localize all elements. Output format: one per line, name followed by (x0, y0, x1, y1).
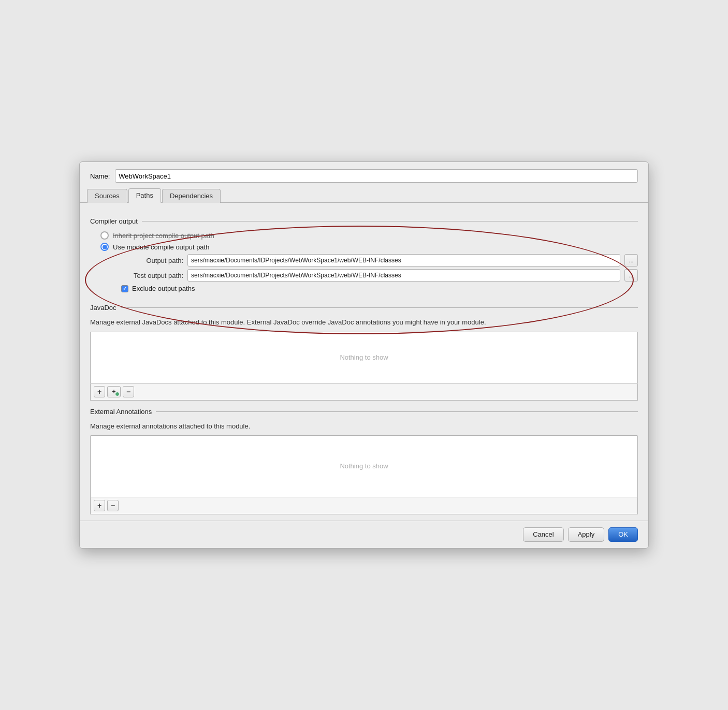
test-output-path-row: Test output path: ... (121, 269, 638, 282)
external-annotations-description: Manage external annotations attached to … (90, 422, 638, 431)
name-row: Name: (80, 162, 648, 188)
javadoc-description: Manage external JavaDocs attached to thi… (90, 318, 638, 327)
tab-dependencies[interactable]: Dependencies (162, 189, 221, 203)
external-annotations-list: Nothing to show (90, 435, 638, 497)
inherit-radio-option[interactable]: Inherit project compile output path (100, 231, 638, 240)
javadoc-line (121, 307, 638, 308)
javadoc-toolbar: + + − (90, 383, 638, 401)
javadoc-remove-button[interactable]: − (123, 386, 134, 397)
exclude-output-paths-row[interactable]: Exclude output paths (121, 285, 638, 292)
compiler-output-line (142, 221, 638, 221)
test-output-path-input[interactable] (187, 269, 620, 282)
javadoc-section: JavaDoc Manage external JavaDocs attache… (90, 304, 638, 400)
javadoc-header: JavaDoc (90, 304, 638, 312)
tabs-row: Sources Paths Dependencies (80, 188, 648, 203)
name-input[interactable] (115, 169, 638, 183)
external-annotations-line (156, 411, 638, 412)
use-module-radio-option[interactable]: Use module compile output path (100, 243, 638, 251)
inherit-radio-label: Inherit project compile output path (113, 232, 214, 240)
javadoc-title: JavaDoc (90, 304, 117, 312)
exclude-output-paths-checkbox[interactable] (121, 285, 128, 292)
footer: Cancel Apply OK (80, 521, 648, 548)
external-annotations-remove-button[interactable]: − (107, 500, 119, 511)
javadoc-add-url-button[interactable]: + (107, 386, 121, 397)
tab-paths[interactable]: Paths (128, 188, 161, 203)
output-path-label: Output path: (121, 257, 183, 264)
external-annotations-title: External Annotations (90, 408, 152, 416)
external-annotations-section: External Annotations Manage external ann… (90, 408, 638, 514)
name-label: Name: (90, 172, 110, 180)
output-path-input[interactable] (187, 254, 620, 267)
test-output-path-label: Test output path: (121, 272, 183, 279)
exclude-output-paths-label: Exclude output paths (132, 285, 195, 292)
external-annotations-empty-label: Nothing to show (340, 462, 388, 470)
apply-button[interactable]: Apply (568, 527, 605, 542)
compiler-output-header: Compiler output (90, 217, 638, 225)
test-output-path-browse-button[interactable]: ... (624, 269, 638, 282)
javadoc-add-url-badge (115, 392, 120, 396)
javadoc-list: Nothing to show (90, 332, 638, 383)
javadoc-empty-label: Nothing to show (340, 353, 388, 361)
output-path-row: Output path: ... (121, 254, 638, 267)
external-annotations-toolbar: + − (90, 497, 638, 514)
ok-button[interactable]: OK (608, 527, 638, 542)
javadoc-add-button[interactable]: + (94, 386, 105, 397)
use-module-radio-button[interactable] (100, 243, 109, 251)
tab-sources[interactable]: Sources (87, 189, 127, 203)
output-path-browse-button[interactable]: ... (624, 254, 638, 267)
cancel-button[interactable]: Cancel (523, 527, 563, 542)
external-annotations-add-button[interactable]: + (94, 500, 105, 511)
use-module-radio-label: Use module compile output path (113, 243, 209, 251)
main-content: Compiler output Inherit project compile … (80, 203, 648, 520)
external-annotations-header: External Annotations (90, 408, 638, 416)
compiler-output-title: Compiler output (90, 217, 138, 225)
dialog: Name: Sources Paths Dependencies Compile… (79, 161, 649, 548)
compiler-output-section: Compiler output Inherit project compile … (90, 212, 638, 299)
inherit-radio-button[interactable] (100, 231, 109, 240)
